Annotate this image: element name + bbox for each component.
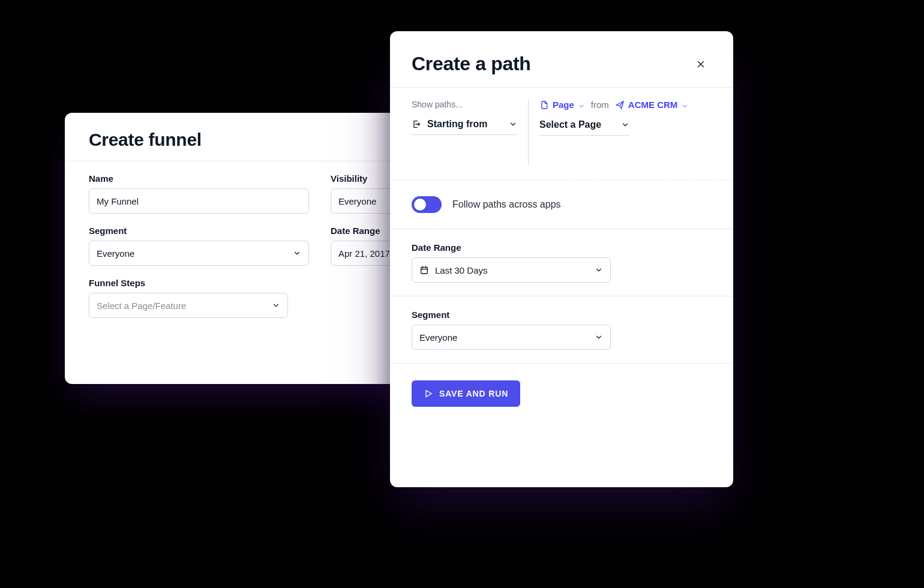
create-path-modal: Create a path Show paths... Starting fro… (390, 31, 733, 487)
svg-marker-6 (426, 391, 431, 397)
segment-select[interactable]: Everyone (412, 325, 611, 350)
date-range-select[interactable]: Last 30 Days (412, 257, 611, 283)
follow-paths-toggle[interactable] (412, 196, 442, 213)
page-icon (539, 100, 549, 110)
toggle-knob (414, 199, 426, 211)
app-select[interactable]: ACME CRM (615, 100, 689, 110)
calendar-icon (419, 265, 429, 275)
close-icon (695, 59, 706, 70)
play-icon (424, 389, 433, 398)
segment-value: Everyone (419, 332, 457, 343)
follow-paths-label: Follow paths across apps (452, 199, 561, 210)
app-value: ACME CRM (628, 100, 678, 110)
chevron-down-icon (621, 121, 629, 129)
funnel-steps-placeholder: Select a Page/Feature (97, 301, 186, 311)
svg-rect-2 (421, 267, 428, 274)
chevron-down-icon (509, 120, 517, 128)
name-label: Name (89, 173, 309, 184)
chevron-down-icon (578, 101, 585, 109)
send-icon (615, 100, 625, 110)
from-label: from (591, 100, 609, 110)
save-and-run-label: Save and Run (439, 389, 508, 398)
segment-label: Segment (412, 310, 712, 320)
direction-select[interactable]: Starting from (412, 119, 517, 135)
date-range-value: Apr 21, 2017 - (338, 248, 395, 259)
date-range-value: Last 30 Days (435, 265, 488, 275)
show-paths-label: Show paths... (412, 100, 517, 109)
funnel-steps-select[interactable]: Select a Page/Feature (89, 293, 288, 318)
chevron-down-icon (272, 301, 280, 310)
date-range-label: Date Range (412, 242, 712, 253)
chevron-down-icon (681, 101, 688, 109)
segment-value: Everyone (97, 248, 134, 259)
name-input[interactable]: My Funnel (89, 188, 309, 214)
segment-select[interactable]: Everyone (89, 241, 309, 266)
close-button[interactable] (692, 56, 709, 73)
page-type-value: Page (553, 100, 574, 110)
funnel-steps-label: Funnel Steps (89, 278, 288, 288)
chevron-down-icon (293, 249, 301, 257)
exit-icon (412, 119, 421, 129)
chevron-down-icon (595, 333, 603, 341)
select-page-dropdown[interactable]: Select a Page (539, 119, 629, 136)
save-and-run-button[interactable]: Save and Run (412, 380, 520, 407)
modal-title: Create a path (412, 53, 531, 75)
segment-label: Segment (89, 226, 309, 236)
name-input-value: My Funnel (97, 196, 139, 206)
visibility-value: Everyone (338, 196, 376, 206)
chevron-down-icon (595, 266, 603, 274)
select-page-value: Select a Page (539, 119, 601, 130)
page-type-select[interactable]: Page (539, 100, 585, 110)
direction-value: Starting from (427, 119, 487, 130)
